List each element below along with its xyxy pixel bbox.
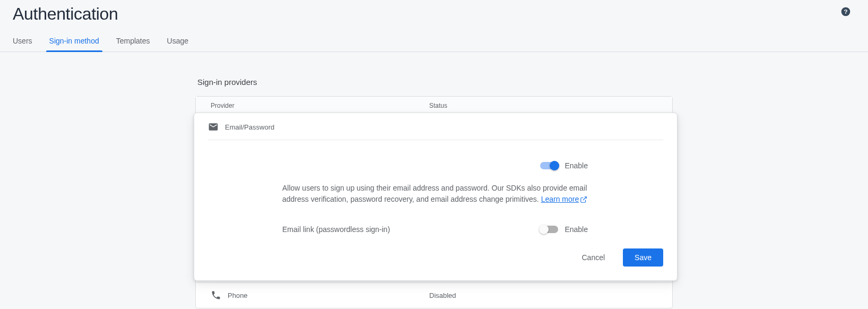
- tab-signin-method[interactable]: Sign-in method: [49, 31, 99, 52]
- tab-users[interactable]: Users: [13, 31, 32, 52]
- content-area: Sign-in providers Provider Status Email/…: [0, 52, 868, 308]
- cancel-button[interactable]: Cancel: [570, 248, 617, 267]
- email-icon: [208, 122, 219, 132]
- page-title: Authentication: [13, 4, 118, 24]
- providers-table: Provider Status Email/Password: [195, 96, 673, 308]
- expanded-body: Enable Allow users to sign up using thei…: [208, 140, 663, 267]
- tab-usage[interactable]: Usage: [167, 31, 188, 52]
- passwordless-row: Email link (passwordless sign-in) Enable: [282, 225, 663, 234]
- passwordless-label: Email link (passwordless sign-in): [282, 225, 390, 234]
- expanded-header: Email/Password: [208, 122, 663, 140]
- toggle-group-passwordless: Enable: [540, 225, 588, 234]
- svg-line-2: [583, 196, 586, 200]
- external-link-icon: [580, 196, 587, 203]
- learn-more-link[interactable]: Learn more: [541, 194, 588, 205]
- action-buttons: Cancel Save: [282, 248, 663, 267]
- svg-text:?: ?: [844, 8, 847, 15]
- toggle-group-enable: Enable: [540, 161, 588, 170]
- phone-icon: [211, 290, 221, 301]
- email-password-expanded-card: Email/Password Enable Allow users to sig…: [194, 113, 678, 281]
- enable-toggle[interactable]: [540, 162, 558, 169]
- enable-toggle-label: Enable: [565, 161, 588, 170]
- help-icon[interactable]: ?: [840, 6, 851, 19]
- save-button[interactable]: Save: [623, 248, 663, 267]
- tabs-bar: Users Sign-in method Templates Usage: [0, 31, 868, 52]
- column-header-status: Status: [429, 102, 657, 109]
- column-header-provider: Provider: [211, 102, 429, 109]
- section-title: Sign-in providers: [195, 78, 673, 87]
- page-header: Authentication ?: [0, 0, 868, 24]
- provider-row-phone[interactable]: Phone Disabled: [196, 282, 672, 308]
- phone-provider-name: Phone: [228, 291, 248, 299]
- enable-toggle-row: Enable: [282, 161, 663, 170]
- provider-name: Email/Password: [225, 123, 274, 131]
- passwordless-toggle-label: Enable: [565, 225, 588, 234]
- passwordless-toggle[interactable]: [540, 226, 558, 233]
- provider-description: Allow users to sign up using their email…: [282, 183, 663, 205]
- signin-providers-section: Sign-in providers Provider Status Email/…: [195, 78, 673, 308]
- phone-provider-status: Disabled: [429, 291, 657, 299]
- tab-templates[interactable]: Templates: [116, 31, 150, 52]
